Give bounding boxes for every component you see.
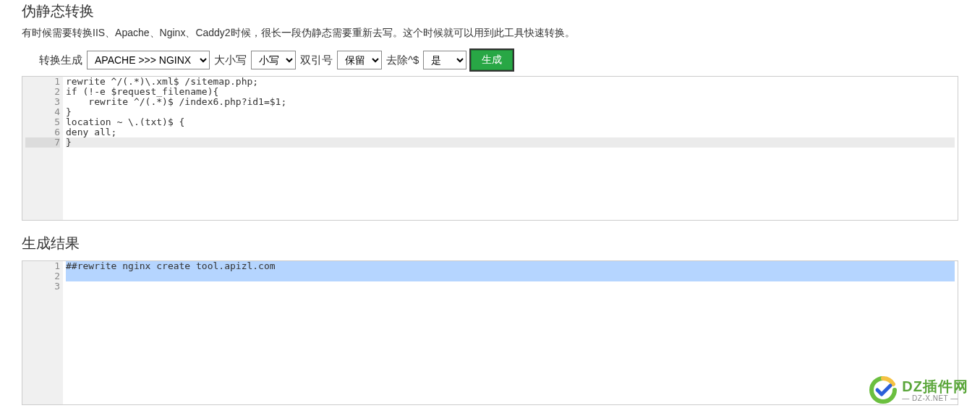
generate-button[interactable]: 生成 [471,50,513,70]
controls-row: 转换生成 APACHE >>> NGINX 大小写 小写 双引号 保留 去除^$… [39,50,958,70]
result-code-area[interactable]: ##rewrite nginx create tool.apizl.com [63,261,958,404]
convert-select[interactable]: APACHE >>> NGINX [87,51,210,69]
input-editor[interactable]: 1234567 rewrite ^/(.*)\.xml$ /sitemap.ph… [22,76,958,221]
page-description: 有时候需要转换IIS、Apache、Nginx、Caddy2时候，很长一段伪静态… [22,27,958,40]
code-line[interactable]: location ~ \.(txt)$ { [66,117,955,127]
result-gutter: 123 [22,261,63,404]
quote-label: 双引号 [300,54,333,67]
code-line[interactable]: rewrite ^/(.*)$ /index6.php?id1=$1; [66,97,955,107]
result-code-line[interactable] [66,271,955,281]
code-line[interactable]: } [66,137,955,148]
input-code-area[interactable]: rewrite ^/(.*)\.xml$ /sitemap.php;if (!-… [63,77,958,220]
result-editor[interactable]: 123 ##rewrite nginx create tool.apizl.co… [22,260,958,405]
case-label: 大小写 [214,54,247,67]
case-select[interactable]: 小写 [251,51,296,69]
code-line[interactable]: deny all; [66,127,955,137]
result-code-line[interactable]: ##rewrite nginx create tool.apizl.com [66,261,955,271]
strip-label: 去除^$ [386,54,419,67]
code-line[interactable]: if (!-e $request_filename){ [66,87,955,97]
result-code-line[interactable] [66,281,955,292]
input-gutter: 1234567 [22,77,63,220]
convert-label: 转换生成 [39,54,82,67]
page-title: 伪静态转换 [22,0,958,21]
code-line[interactable]: } [66,107,955,117]
result-title: 生成结果 [22,234,958,253]
quote-select[interactable]: 保留 [337,51,382,69]
strip-select[interactable]: 是 [423,51,466,69]
code-line[interactable]: rewrite ^/(.*)\.xml$ /sitemap.php; [66,77,955,87]
